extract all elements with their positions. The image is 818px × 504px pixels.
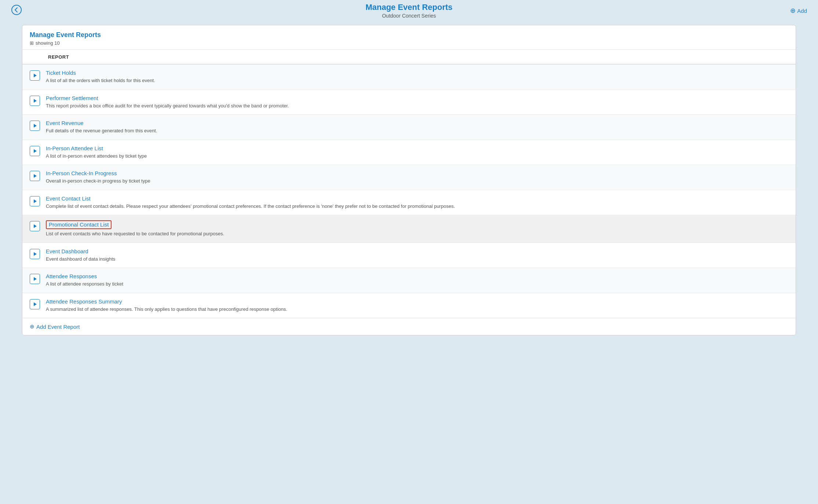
row-run-button-promotional-contact-list[interactable] [30,221,40,231]
row-title-event-revenue: Event Revenue [46,120,788,126]
row-content-promotional-contact-list: Promotional Contact List List of event c… [46,220,788,238]
grid-icon: ⊞ [30,40,34,46]
row-content-in-person-checkin-progress: In-Person Check-In Progress Overall in-p… [46,170,788,185]
report-row-event-contact-list: Event Contact List Complete list of even… [22,190,796,216]
report-row-performer-settlement: Performer Settlement This report provide… [22,90,796,115]
card-header: Manage Event Reports ⊞ showing 10 [22,25,796,50]
row-title-attendee-responses-summary: Attendee Responses Summary [46,298,788,305]
row-run-button-attendee-responses[interactable] [30,274,40,284]
row-desc-performer-settlement: This report provides a box office audit … [46,102,788,110]
report-row-in-person-attendee-list: In-Person Attendee List A list of in-per… [22,140,796,165]
svg-marker-4 [34,149,37,153]
row-run-button-in-person-attendee-list[interactable] [30,146,40,156]
row-title-ticket-holds: Ticket Holds [46,70,788,76]
row-desc-event-revenue: Full details of the revenue generated fr… [46,127,788,135]
top-add-button[interactable]: ⊕ Add [790,7,807,15]
row-content-in-person-attendee-list: In-Person Attendee List A list of in-per… [46,145,788,160]
svg-marker-10 [34,252,37,256]
svg-marker-3 [34,124,37,128]
row-title-in-person-checkin-progress: In-Person Check-In Progress [46,170,788,176]
svg-marker-6 [34,199,37,203]
row-run-button-attendee-responses-summary[interactable] [30,299,40,309]
report-column-label: REPORT [48,54,69,60]
row-title-event-contact-list: Event Contact List [46,195,788,202]
report-row-ticket-holds: Ticket Holds A list of all the orders wi… [22,65,796,90]
row-desc-promotional-contact-list: List of event contacts who have requeste… [46,230,788,238]
row-desc-attendee-responses-summary: A summarized list of attendee responses.… [46,306,788,313]
report-row-event-revenue: Event Revenue Full details of the revenu… [22,115,796,140]
row-content-attendee-responses: Attendee Responses A list of attendee re… [46,273,788,288]
row-run-button-event-contact-list[interactable] [30,196,40,206]
report-row-in-person-checkin-progress: In-Person Check-In Progress Overall in-p… [22,165,796,190]
card-showing: ⊞ showing 10 [30,40,788,46]
row-run-button-event-dashboard[interactable] [30,249,40,259]
row-run-button-event-revenue[interactable] [30,121,40,131]
report-list: Ticket Holds A list of all the orders wi… [22,65,796,318]
row-desc-attendee-responses: A list of attendee responses by ticket [46,280,788,288]
plus-circle-icon: ⊕ [790,7,796,15]
report-row-attendee-responses-summary: Attendee Responses Summary A summarized … [22,293,796,318]
page-title: Manage Event Reports [365,3,452,12]
svg-marker-9 [34,224,37,228]
main-card: Manage Event Reports ⊞ showing 10 REPORT… [22,25,796,335]
row-title-performer-settlement: Performer Settlement [46,95,788,101]
row-title-in-person-attendee-list: In-Person Attendee List [46,145,788,151]
row-title-attendee-responses: Attendee Responses [46,273,788,279]
row-content-attendee-responses-summary: Attendee Responses Summary A summarized … [46,298,788,313]
column-header: REPORT [22,50,796,65]
row-desc-in-person-attendee-list: A list of in-person event attendees by t… [46,152,788,160]
svg-marker-1 [34,74,37,77]
row-content-event-revenue: Event Revenue Full details of the revenu… [46,120,788,135]
row-content-ticket-holds: Ticket Holds A list of all the orders wi… [46,70,788,84]
row-desc-in-person-checkin-progress: Overall in-person check-in progress by t… [46,177,788,185]
report-row-event-dashboard: Event Dashboard Event dashboard of data … [22,243,796,268]
row-desc-event-contact-list: Complete list of event contact details. … [46,203,788,210]
add-event-report-button[interactable]: ⊕ Add Event Report [30,323,80,330]
card-title: Manage Event Reports [30,31,788,39]
svg-marker-8 [22,225,22,232]
row-run-button-in-person-checkin-progress[interactable] [30,171,40,181]
top-bar: Manage Event Reports Outdoor Concert Ser… [0,0,818,21]
row-content-performer-settlement: Performer Settlement This report provide… [46,95,788,110]
report-row-attendee-responses: Attendee Responses A list of attendee re… [22,268,796,293]
header-center: Manage Event Reports Outdoor Concert Ser… [365,3,452,19]
row-title-event-dashboard: Event Dashboard [46,248,788,254]
card-footer: ⊕ Add Event Report [22,318,796,335]
back-button[interactable] [11,4,22,17]
svg-marker-12 [34,302,37,306]
svg-marker-11 [34,277,37,281]
red-arrow-indicator [22,224,22,234]
svg-marker-2 [34,99,37,103]
row-run-button-ticket-holds[interactable] [30,70,40,81]
page-subtitle: Outdoor Concert Series [365,13,452,19]
row-desc-ticket-holds: A list of all the orders with ticket hol… [46,77,788,84]
row-run-button-performer-settlement[interactable] [30,96,40,106]
row-content-event-dashboard: Event Dashboard Event dashboard of data … [46,248,788,263]
svg-point-0 [12,5,21,15]
row-title-promotional-contact-list: Promotional Contact List [49,221,109,228]
row-content-event-contact-list: Event Contact List Complete list of even… [46,195,788,210]
footer-plus-icon: ⊕ [30,323,34,330]
report-row-promotional-contact-list: Promotional Contact List List of event c… [22,215,796,243]
svg-marker-5 [34,174,37,178]
row-desc-event-dashboard: Event dashboard of data insights [46,255,788,263]
